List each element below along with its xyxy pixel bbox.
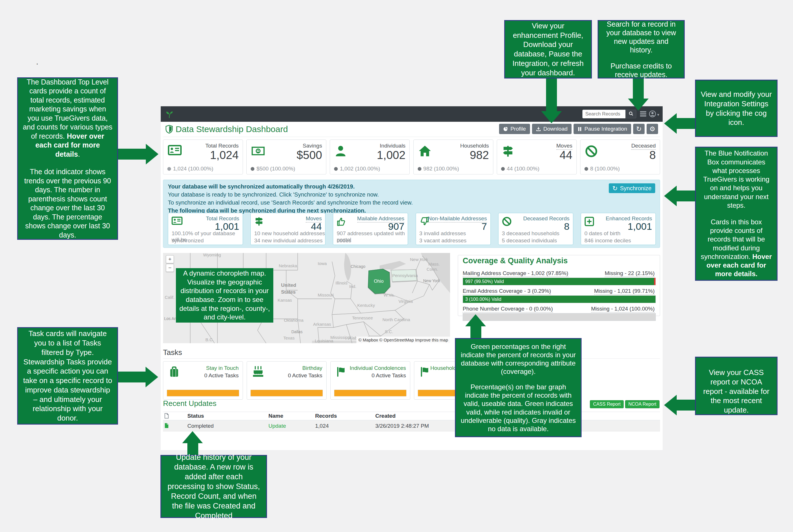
map-label: New York: [423, 279, 440, 283]
map-attribution[interactable]: © Mapbox © OpenStreetMap Improve this ma…: [356, 337, 450, 343]
pie-chart-icon: [503, 127, 508, 132]
card-moves[interactable]: Moves 44 44 (100.00%): [497, 139, 577, 174]
map-label: Nebraska: [279, 263, 297, 268]
search-button[interactable]: [625, 110, 636, 118]
map-label: Louisiana: [315, 338, 334, 343]
map-zoom-out-button[interactable]: −: [166, 264, 174, 272]
card-households[interactable]: Households 982 982 (100.00%): [413, 139, 493, 174]
map-label: Missouri: [318, 292, 334, 297]
cell-created: 3/26/2019 2:48:27 PM: [375, 423, 429, 429]
updates-table: Status Name Records Created Completed Up…: [163, 412, 660, 432]
sync-card-deceased[interactable]: Deceased Records 8 3 deceased households…: [498, 213, 573, 245]
coverage-missing: Missing - 1,024 (100.00%): [591, 306, 655, 312]
refresh-button[interactable]: ↻: [633, 124, 645, 134]
caret-down-icon: ▾: [657, 112, 659, 117]
map-label: Chicago: [351, 264, 365, 269]
file-icon: [165, 413, 169, 420]
coverage-bar-email: 3 (100.00%) Valid: [463, 296, 656, 303]
search-area: [582, 110, 636, 118]
map-label: Ind.: [349, 284, 356, 289]
sync-card-mailable[interactable]: Mailable Addresses 907 907 addresses upd…: [333, 213, 408, 245]
col-name: Name: [268, 413, 283, 419]
cass-report-button[interactable]: CASS Report: [590, 400, 624, 408]
map-label: Kansas: [278, 298, 292, 303]
map-label: Pennsylvania: [392, 273, 418, 278]
coverage-missing: Missing - 1,021 (99.71%): [594, 288, 655, 295]
trend-dot: [334, 167, 338, 171]
map-label-ohio: Ohio: [374, 279, 384, 284]
ban-icon: [585, 145, 598, 159]
trend-dot: [584, 167, 588, 171]
sync-icon: ↻: [612, 185, 618, 192]
map-label: New York: [410, 257, 428, 262]
map-label: Kentucky: [357, 303, 375, 308]
flag-icon: [419, 366, 431, 379]
synchronize-button[interactable]: ↻ Synchronize: [609, 183, 656, 193]
cell-name-link[interactable]: Update: [268, 423, 286, 429]
annotation-arrowhead: [146, 367, 158, 387]
task-card-stay-in-touch[interactable]: Stay in Touch 0 Active Tasks: [163, 361, 243, 400]
col-status: Status: [187, 413, 204, 419]
annotation-arrow: [633, 78, 644, 99]
map-zoom-in-button[interactable]: +: [166, 255, 174, 263]
settings-button[interactable]: ⚙: [647, 124, 658, 134]
annotation-arrowhead: [146, 144, 158, 165]
map-label: Illinois: [336, 281, 347, 285]
map-label: Mississippi: [330, 335, 351, 340]
sync-card-total-records[interactable]: Total Records 1,001 100.10% of your data…: [168, 213, 243, 245]
task-card-birthday[interactable]: Birthday 0 Active Tasks: [247, 361, 326, 400]
trend-dot: [418, 167, 421, 171]
sync-card-non-mailable[interactable]: Non-Mailable Addresses 7 3 invalid addre…: [416, 213, 491, 245]
search-input[interactable]: [582, 110, 625, 118]
choropleth-map[interactable]: United States Wyoming Nebraska Iowa Chic…: [163, 253, 450, 343]
birthday-cake-icon: [252, 365, 264, 379]
card-total-records[interactable]: Total Records 1,024 1,024 (100.00%): [163, 139, 243, 174]
signpost-icon: [502, 145, 514, 159]
annotation-history: Update history of your database. A new r…: [161, 455, 267, 518]
coverage-label: Email Address Coverage - 3 (0.29%): [463, 288, 551, 295]
profile-button[interactable]: Profile: [499, 124, 530, 134]
sync-card-enhanced[interactable]: Enhanced Records 1,001 0 dates of birth …: [581, 213, 656, 245]
annotation-arrow: [676, 118, 696, 129]
coverage-title: Coverage & Quality Analysis: [463, 256, 568, 265]
map-label: Texas: [283, 336, 295, 340]
money-bill-icon: [251, 147, 265, 156]
user-menu[interactable]: ▾: [649, 110, 659, 119]
sync-card-moves[interactable]: Moves 44 10 new household addresses 34 n…: [250, 213, 325, 245]
page-title: Data Stewardship Dashboard: [166, 124, 288, 134]
stray-dot: .: [36, 57, 38, 66]
annotation-settings: View and modify your Integration Setting…: [695, 80, 777, 137]
map-label: Tennessee: [352, 316, 373, 320]
screenshot-canvas: . ▾ Data Stewardship Dashboard: [0, 0, 793, 532]
id-card-icon: [168, 145, 182, 156]
thumbs-down-icon: [419, 216, 429, 227]
list-button[interactable]: [640, 111, 647, 118]
user-circle-icon: [649, 110, 656, 119]
annotation-arrow: [676, 191, 696, 202]
task-card-individual-condolences[interactable]: Individual Condolences 0 Active Tasks: [330, 361, 410, 400]
annotation-arrowhead: [664, 113, 677, 134]
summary-card-row: Total Records 1,024 1,024 (100.00%) Savi…: [163, 139, 660, 174]
logo-seedling-icon[interactable]: [166, 110, 173, 119]
annotation-arrow: [546, 78, 557, 111]
dashboard-toolbar: Profile Download Pause Integration ↻ ⚙: [499, 124, 658, 134]
annotation-reports: View your CASS report or NCOA report - a…: [695, 357, 777, 415]
ncoa-report-button[interactable]: NCOA Report: [625, 400, 660, 408]
signpost-icon: [254, 216, 264, 227]
annotation-arrow: [676, 400, 696, 411]
col-created: Created: [375, 413, 396, 419]
pause-integration-button[interactable]: Pause Integration: [573, 124, 631, 134]
map-label: S.C.: [385, 329, 393, 334]
annotation-arrowhead: [541, 111, 562, 123]
card-deceased[interactable]: Deceased 8 8 (100.00%): [580, 139, 660, 174]
card-savings[interactable]: Savings $500 $500 (100.00%): [246, 139, 326, 174]
thumbs-up-icon: [337, 216, 346, 227]
download-icon: [536, 127, 541, 132]
annotation-arrowhead: [465, 314, 486, 326]
card-individuals[interactable]: Individuals 1,002 1,002 (100.00%): [330, 139, 410, 174]
col-records: Records: [315, 413, 337, 419]
report-buttons: CASS Report NCOA Report: [590, 400, 660, 408]
annotation-arrow: [117, 149, 146, 159]
annotation-arrow: [117, 372, 146, 382]
download-button[interactable]: Download: [532, 124, 572, 134]
